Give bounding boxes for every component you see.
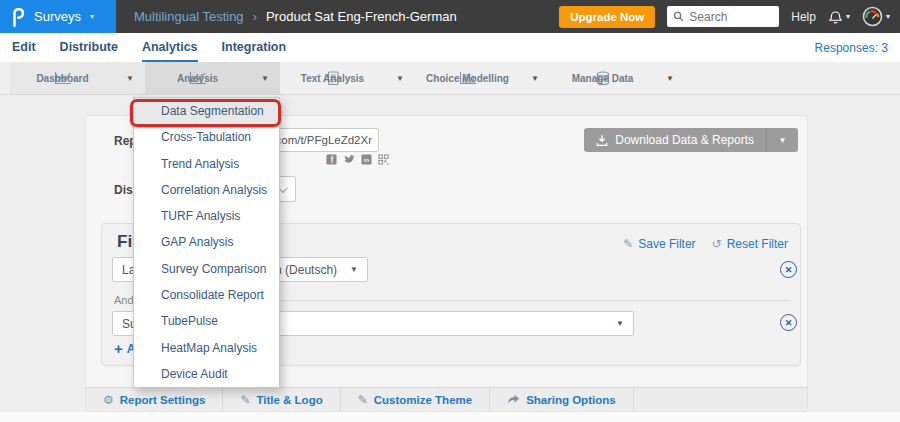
global-search[interactable] [667,6,779,27]
toolbar-label: Dashboard [36,73,88,84]
download-label: Download Data & Reports [615,133,754,147]
reset-filter-label: Reset Filter [727,237,788,251]
menu-item-correlation-analysis[interactable]: Correlation Analysis [134,177,279,203]
download-options-caret[interactable]: ▼ [766,128,798,152]
and-label: And [114,294,134,306]
caret-down-icon: ▼ [350,265,358,274]
menu-item-heatmap-analysis[interactable]: HeatMap Analysis [134,334,279,360]
toolbar-label: Choice Modelling [426,73,509,84]
questionpro-logo-icon [11,7,25,27]
menu-item-trend-analysis[interactable]: Trend Analysis [134,151,279,177]
notifications-menu[interactable]: ▾ [828,9,850,25]
analysis-dropdown-menu: Data Segmentation Cross-Tabulation Trend… [133,97,280,388]
toolbar-group-manage-data: Manage Data ▼ [550,62,685,94]
toolbar-group-text-analysis: Text Analysis ▼ [280,62,415,94]
share-arrow-icon [507,394,520,405]
save-filter-label: Save Filter [638,237,695,251]
undo-icon: ↺ [712,237,722,251]
toolbar-group-dashboard: Dashboard ▼ [10,62,145,94]
manage-data-dropdown-caret[interactable]: ▼ [655,62,685,94]
menu-item-device-audit[interactable]: Device Audit [134,361,279,387]
breadcrumb: Multilingual Testing › Product Sat Eng-F… [134,9,457,24]
menu-item-consolidate-report[interactable]: Consolidate Report [134,282,279,308]
user-avatar-icon [862,6,883,27]
filter-actions: ✎ Save Filter ↺ Reset Filter [623,237,788,251]
svg-text:in: in [364,157,370,163]
upgrade-now-button[interactable]: Upgrade Now [559,6,655,28]
download-data-reports-button[interactable]: Download Data & Reports [584,128,766,152]
manage-data-button[interactable]: Manage Data [550,62,655,94]
analysis-button[interactable]: Analysis [145,62,250,94]
account-menu[interactable]: ▾ [862,6,890,27]
tab-title-logo[interactable]: ✎ Title & Logo [223,388,340,411]
app-screen: Surveys ▾ Multilingual Testing › Product… [0,0,900,422]
tab-sharing-options[interactable]: Sharing Options [490,388,633,411]
gears-icon: ⚙ [103,393,114,407]
plus-icon: + [114,341,123,356]
nav-item-analytics[interactable]: Analytics [142,33,198,62]
choice-modelling-dropdown-caret[interactable]: ▼ [520,62,550,94]
search-icon [673,11,684,22]
text-analysis-button[interactable]: Text Analysis [280,62,385,94]
nav-item-edit[interactable]: Edit [12,33,36,62]
caret-down-icon: ▼ [616,319,624,328]
linkedin-icon[interactable]: in [361,154,372,165]
tab-label: Sharing Options [526,394,615,406]
product-label: Surveys [34,9,81,24]
toolbar-group-choice-modelling: Choice Modelling ▼ [415,62,550,94]
pencil-icon: ✎ [358,393,368,407]
nav-item-integration[interactable]: Integration [222,33,287,62]
toolbar-label: Manage Data [572,73,634,84]
tab-label: Report Settings [120,394,206,406]
chevron-down-icon: ▾ [886,12,890,21]
survey-nav: Edit Distribute Analytics Integration Re… [0,33,900,62]
breadcrumb-separator-icon: › [253,9,257,24]
responses-count-link[interactable]: Responses: 3 [815,33,888,62]
tab-customize-theme[interactable]: ✎ Customize Theme [341,388,490,411]
reset-filter-button[interactable]: ↺ Reset Filter [712,237,788,251]
breadcrumb-folder[interactable]: Multilingual Testing [134,9,244,24]
download-icon [596,134,608,147]
qr-code-icon[interactable] [378,154,389,165]
search-input[interactable] [689,10,769,24]
svg-text:f: f [331,156,334,165]
top-header: Surveys ▾ Multilingual Testing › Product… [0,0,900,33]
pencil-icon: ✎ [240,393,250,407]
remove-condition-button[interactable]: ✕ [780,261,797,278]
toolbar-label: Analysis [177,73,218,84]
tab-label: Title & Logo [256,394,322,406]
tab-report-settings[interactable]: ⚙ Report Settings [86,388,223,411]
survey-title: Product Sat Eng-French-German [266,9,457,24]
toolbar-label: Text Analysis [301,73,364,84]
header-actions: Upgrade Now Help ▾ [559,6,900,28]
toolbar-group-analysis: Analysis ▼ [145,62,280,94]
menu-item-tubepulse[interactable]: TubePulse [134,308,279,334]
menu-item-data-segmentation[interactable]: Data Segmentation [134,98,279,124]
analysis-dropdown-caret[interactable]: ▼ [250,62,280,94]
nav-item-distribute[interactable]: Distribute [60,33,118,62]
chevron-down-icon: ▾ [846,12,850,21]
menu-item-survey-comparison[interactable]: Survey Comparison [134,256,279,282]
page-bottom-strip [0,412,900,422]
tab-label: Customize Theme [374,394,472,406]
menu-item-turf-analysis[interactable]: TURF Analysis [134,203,279,229]
bell-icon [828,9,843,25]
save-filter-button[interactable]: ✎ Save Filter [623,237,695,251]
social-share-row: f in [326,154,389,165]
report-footer-tabs: ⚙ Report Settings ✎ Title & Logo ✎ Custo… [86,387,807,411]
facebook-icon[interactable]: f [326,154,337,165]
surveys-menu[interactable]: Surveys ▾ [0,0,116,33]
dashboard-dropdown-caret[interactable]: ▼ [115,62,145,94]
pencil-icon: ✎ [623,237,633,251]
menu-item-cross-tabulation[interactable]: Cross-Tabulation [134,124,279,150]
twitter-icon[interactable] [343,154,355,165]
choice-modelling-button[interactable]: Choice Modelling [415,62,520,94]
help-link[interactable]: Help [791,10,816,24]
download-split-button: Download Data & Reports ▼ [584,128,798,152]
chevron-down-icon: ▾ [90,12,94,21]
remove-condition-button[interactable]: ✕ [780,314,797,331]
text-analysis-dropdown-caret[interactable]: ▼ [385,62,415,94]
analytics-toolbar: Dashboard ▼ Analysis ▼ Text Analy [0,62,900,95]
dashboard-button[interactable]: Dashboard [10,62,115,94]
menu-item-gap-analysis[interactable]: GAP Analysis [134,229,279,255]
